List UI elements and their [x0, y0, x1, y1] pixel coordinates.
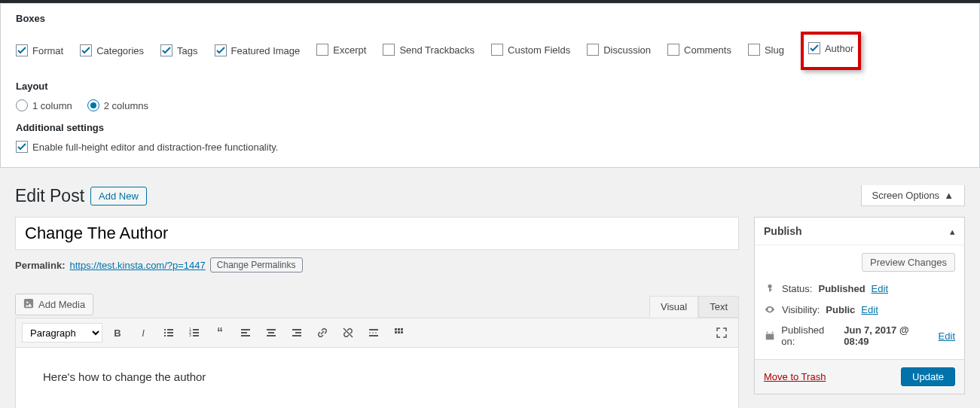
bullet-list-icon[interactable] — [158, 323, 179, 343]
checkbox-featured-image[interactable]: Featured Image — [215, 44, 301, 56]
number-list-icon[interactable]: 123 — [184, 323, 205, 343]
tab-visual[interactable]: Visual — [649, 296, 698, 318]
link-icon[interactable] — [312, 323, 333, 343]
checkbox-label: Tags — [177, 45, 197, 56]
checkbox-box — [316, 44, 328, 56]
move-to-trash-link[interactable]: Move to Trash — [764, 371, 826, 382]
svg-rect-3 — [395, 328, 397, 330]
checkbox-label: Author — [825, 43, 853, 54]
checkbox-author[interactable]: Author — [808, 42, 853, 54]
visibility-row: Visibility: Public Edit — [764, 299, 955, 320]
svg-text:3: 3 — [189, 333, 191, 337]
screen-options-toggle[interactable]: Screen Options ▲ — [861, 185, 965, 206]
editor-body[interactable]: Here's how to change the author — [15, 348, 739, 408]
tab-text[interactable]: Text — [698, 296, 739, 318]
checkbox-label: Excerpt — [333, 44, 366, 56]
checkbox-label: Featured Image — [231, 45, 301, 56]
svg-rect-7 — [398, 331, 400, 333]
checkbox-box — [748, 44, 760, 56]
radio-col2[interactable]: 2 columns — [87, 99, 148, 111]
checkbox-box — [667, 44, 679, 56]
align-center-icon[interactable] — [261, 323, 282, 343]
visibility-edit-link[interactable]: Edit — [861, 304, 878, 315]
checkbox-label: Categories — [96, 45, 144, 56]
paragraph-dropdown[interactable]: Paragraph — [22, 323, 102, 343]
svg-rect-5 — [401, 328, 403, 330]
toolbar-toggle-icon[interactable] — [389, 323, 410, 343]
page-title: Edit Post — [15, 186, 84, 206]
screen-options-panel: Boxes FormatCategoriesTagsFeatured Image… — [0, 3, 980, 168]
svg-rect-8 — [401, 331, 403, 333]
checkbox-custom-fields[interactable]: Custom Fields — [491, 44, 570, 56]
update-button[interactable]: Update — [901, 367, 955, 386]
change-permalinks-button[interactable]: Change Permalinks — [210, 257, 303, 273]
status-label: Status: — [782, 283, 812, 294]
editor-toolbar: Paragraph B I 123 “ — [15, 318, 739, 348]
screen-options-tab-wrap: Screen Options ▲ — [861, 185, 965, 206]
unlink-icon[interactable] — [337, 323, 359, 343]
svg-rect-6 — [395, 331, 397, 333]
triangle-up-icon: ▴ — [950, 226, 955, 237]
checkbox-box — [491, 44, 503, 56]
read-more-icon[interactable] — [363, 323, 384, 343]
checkbox-box — [215, 44, 227, 56]
key-icon — [764, 282, 776, 294]
status-row: Status: Published Edit — [764, 278, 955, 299]
checkbox-slug[interactable]: Slug — [748, 44, 784, 56]
checkbox-label: Comments — [684, 44, 731, 56]
visibility-label: Visibility: — [782, 304, 820, 315]
checkbox-comments[interactable]: Comments — [667, 44, 731, 56]
checkbox-label: Send Trackbacks — [399, 44, 475, 56]
screen-options-label: Screen Options — [872, 190, 940, 201]
publish-header[interactable]: Publish ▴ — [755, 218, 964, 245]
published-edit-link[interactable]: Edit — [939, 330, 955, 342]
page-header: Edit Post Add New — [15, 186, 965, 206]
svg-rect-4 — [398, 328, 400, 330]
add-media-button[interactable]: Add Media — [15, 294, 93, 315]
status-edit-link[interactable]: Edit — [872, 283, 888, 294]
permalink-label: Permalink: — [15, 260, 65, 271]
publish-body: Preview Changes Status: Published Edit V… — [755, 245, 964, 359]
checkbox-tags[interactable]: Tags — [160, 44, 197, 56]
checkbox-label: Slug — [765, 44, 784, 56]
post-title-input[interactable] — [15, 217, 739, 250]
checkbox-trackbacks[interactable]: Send Trackbacks — [383, 44, 475, 56]
add-new-button[interactable]: Add New — [90, 187, 147, 206]
radio-circle — [87, 99, 99, 111]
editor-text: Here's how to change the author — [43, 370, 206, 383]
checkbox-box — [16, 141, 28, 153]
triangle-up-icon: ▲ — [944, 190, 954, 201]
checkbox-format[interactable]: Format — [16, 44, 63, 56]
boxes-row: FormatCategoriesTagsFeatured ImageExcerp… — [16, 32, 964, 70]
columns: Permalink: https://test.kinsta.com/?p=14… — [15, 217, 965, 408]
additional-heading: Additional settings — [16, 122, 964, 133]
add-media-label: Add Media — [38, 299, 85, 310]
checkbox-categories[interactable]: Categories — [80, 44, 144, 56]
radio-label: 1 column — [32, 100, 72, 111]
editor-tabs: Visual Text — [15, 296, 739, 318]
radio-col1[interactable]: 1 column — [16, 99, 72, 111]
italic-icon[interactable]: I — [133, 323, 154, 343]
quote-icon[interactable]: “ — [209, 323, 230, 343]
layout-heading: Layout — [16, 81, 964, 92]
preview-changes-button[interactable]: Preview Changes — [862, 253, 955, 272]
checkbox-fullheight[interactable]: Enable full-height editor and distractio… — [16, 141, 278, 153]
radio-label: 2 columns — [104, 100, 148, 111]
checkbox-box — [160, 44, 172, 56]
align-right-icon[interactable] — [286, 323, 307, 343]
checkbox-discussion[interactable]: Discussion — [587, 44, 651, 56]
permalink-link[interactable]: https://test.kinsta.com/?p=1447 — [69, 260, 205, 271]
bold-icon[interactable]: B — [107, 323, 128, 343]
checkbox-label: Format — [32, 45, 63, 56]
eye-icon — [764, 303, 776, 315]
radio-circle — [16, 99, 28, 111]
checkbox-box — [80, 44, 92, 56]
fullscreen-icon[interactable] — [711, 323, 732, 343]
align-left-icon[interactable] — [235, 323, 256, 343]
checkbox-box — [383, 44, 395, 56]
visibility-value: Public — [826, 304, 855, 315]
checkbox-box — [587, 44, 599, 56]
publish-box: Publish ▴ Preview Changes Status: Publis… — [754, 217, 965, 394]
checkbox-excerpt[interactable]: Excerpt — [316, 44, 366, 56]
permalink-row: Permalink: https://test.kinsta.com/?p=14… — [15, 257, 739, 273]
